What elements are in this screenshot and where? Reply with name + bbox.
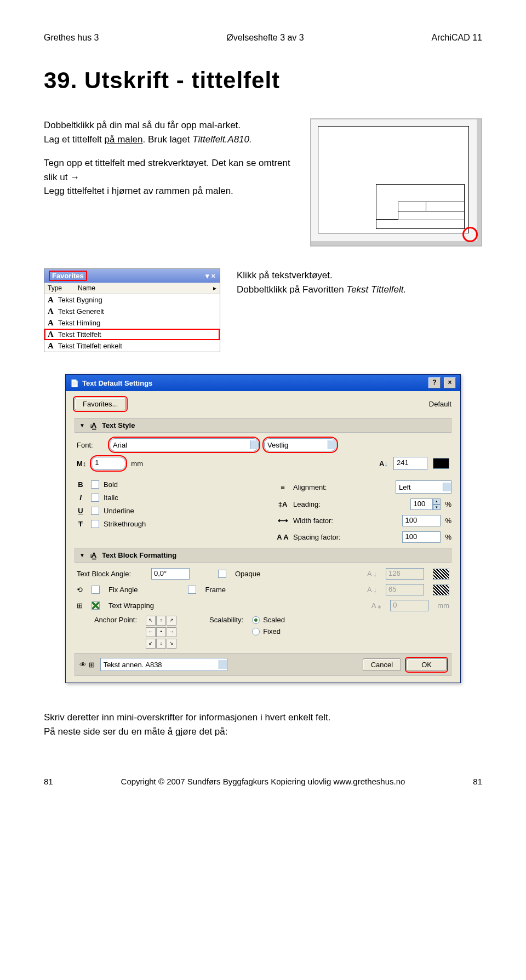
underline-icon: U bbox=[75, 507, 87, 515]
bold-icon: B bbox=[75, 480, 87, 489]
wrap-icon: ⊞ bbox=[77, 601, 83, 610]
italic-checkbox[interactable] bbox=[91, 494, 99, 502]
leading-icon: ‡A bbox=[277, 500, 289, 508]
highlight-circle-icon bbox=[462, 227, 478, 242]
fav-item[interactable]: ATekst Generelt bbox=[44, 306, 220, 317]
color-icon: A↓ bbox=[379, 460, 388, 468]
outro-text: Skriv deretter inn mini-overskrifter for… bbox=[44, 710, 482, 738]
collapse-icon: ▼ bbox=[79, 422, 85, 428]
offset-input: 0 bbox=[390, 600, 428, 611]
text-icon: A bbox=[48, 318, 54, 328]
fav-instructions: Klikk på tekstverktøyet. Dobbeltklikk på… bbox=[237, 268, 406, 296]
dropdown-icon[interactable]: ▾ × bbox=[205, 272, 215, 280]
angle-label: Text Block Angle: bbox=[77, 570, 142, 578]
anchor-label: Anchor Point: bbox=[77, 616, 137, 624]
width-input[interactable]: 100 bbox=[402, 515, 441, 526]
layer-icon: 👁 ⊞ bbox=[79, 661, 95, 669]
script-select[interactable]: Vestlig bbox=[264, 438, 336, 451]
frame-checkbox[interactable] bbox=[188, 586, 196, 594]
collapse-icon: ▼ bbox=[79, 552, 85, 558]
align-select[interactable]: Left bbox=[396, 480, 451, 494]
footer-text: Copyright © 2007 Sundførs Byggfagkurs Ko… bbox=[121, 777, 405, 786]
leading-input[interactable]: 100▴▾ bbox=[410, 498, 441, 510]
ok-button[interactable]: OK bbox=[407, 658, 447, 671]
layer-select[interactable]: Tekst annen. A838 bbox=[100, 658, 227, 671]
color-swatch[interactable] bbox=[433, 458, 449, 469]
strike-checkbox[interactable] bbox=[91, 520, 99, 528]
scaled-radio[interactable] bbox=[252, 616, 260, 624]
text-icon: A bbox=[48, 295, 54, 305]
font-label: Font: bbox=[77, 441, 104, 449]
fix-angle-icon: ⟲ bbox=[77, 586, 83, 594]
bg-icon: A ↓ bbox=[367, 570, 377, 578]
wrap-checkbox[interactable] bbox=[92, 601, 100, 610]
fav-item[interactable]: ATekst Tittelfelt enkelt bbox=[44, 340, 220, 352]
favorites-title: Favorites bbox=[49, 271, 87, 281]
fixed-radio[interactable] bbox=[252, 628, 260, 635]
hdr-left: Grethes hus 3 bbox=[44, 33, 99, 43]
fix-angle-checkbox[interactable] bbox=[92, 586, 100, 594]
fav-item-selected[interactable]: ATekst Tittelfelt bbox=[44, 329, 220, 340]
bold-checkbox[interactable] bbox=[91, 480, 99, 489]
spacing-icon: A A bbox=[277, 533, 289, 541]
close-button[interactable]: × bbox=[444, 377, 456, 388]
page-num-right: 81 bbox=[473, 777, 482, 786]
align-icon: ≡ bbox=[277, 483, 289, 491]
opaque-checkbox[interactable] bbox=[218, 570, 226, 578]
fav-item[interactable]: ATekst Bygning bbox=[44, 294, 220, 306]
arrow-icon[interactable]: ▸ bbox=[213, 284, 216, 292]
favorites-button[interactable]: Favorites... bbox=[75, 398, 126, 410]
dialog-title: Text Default Settings bbox=[82, 379, 152, 387]
layout-preview bbox=[310, 118, 482, 247]
anchor-grid[interactable]: ↖↑↗←•→↙↓↘ bbox=[146, 616, 175, 649]
frame-pen-input: 65 bbox=[386, 584, 424, 595]
offset-icon: A ⁎ bbox=[371, 601, 382, 610]
text-icon: A bbox=[48, 307, 54, 316]
size-input[interactable]: 1 bbox=[92, 457, 125, 470]
frame-swatch bbox=[433, 584, 449, 595]
width-icon: ⟷ bbox=[277, 517, 289, 525]
angle-input[interactable]: 0,0° bbox=[151, 568, 190, 580]
bg-swatch bbox=[433, 569, 449, 580]
section-text-style[interactable]: ▼ᵢA̲Text Style bbox=[75, 418, 451, 433]
page-title: 39. Utskrift - tittelfelt bbox=[44, 67, 482, 94]
text-icon: A bbox=[48, 341, 54, 351]
scalability-label: Scalability: bbox=[209, 616, 243, 624]
bg-pen-input: 126 bbox=[386, 568, 424, 580]
color-input[interactable]: 241 bbox=[393, 457, 427, 470]
page-num-left: 81 bbox=[44, 777, 53, 786]
dialog-icon: 📄 bbox=[70, 379, 79, 387]
text-style-icon: ᵢA̲ bbox=[90, 421, 96, 429]
fav-item[interactable]: ATekst Himling bbox=[44, 317, 220, 329]
text-icon: A bbox=[48, 330, 54, 339]
favorites-panel: Favorites▾ × TypeName▸ ATekst Bygning AT… bbox=[44, 268, 220, 352]
default-label: Default bbox=[429, 400, 451, 408]
cancel-button[interactable]: Cancel bbox=[363, 658, 401, 671]
text-settings-dialog: 📄 Text Default Settings ? × Favorites...… bbox=[65, 374, 461, 683]
help-button[interactable]: ? bbox=[428, 377, 441, 388]
spacing-input[interactable]: 100 bbox=[402, 531, 441, 543]
frame-pen-icon: A ↓ bbox=[367, 586, 377, 594]
hdr-center: Øvelseshefte 3 av 3 bbox=[226, 33, 304, 43]
section-block-format[interactable]: ▼ᵢA̲Text Block Formatting bbox=[75, 548, 451, 563]
font-select[interactable]: Arial bbox=[110, 438, 259, 451]
block-icon: ᵢA̲ bbox=[90, 551, 96, 559]
strike-icon: T bbox=[75, 520, 87, 528]
size-icon: M↕ bbox=[77, 460, 86, 468]
hdr-right: ArchiCAD 11 bbox=[432, 33, 482, 43]
intro-text: Dobbeltklikk på din mal så du får opp ma… bbox=[44, 118, 291, 247]
italic-icon: I bbox=[75, 494, 87, 502]
underline-checkbox[interactable] bbox=[91, 507, 99, 515]
